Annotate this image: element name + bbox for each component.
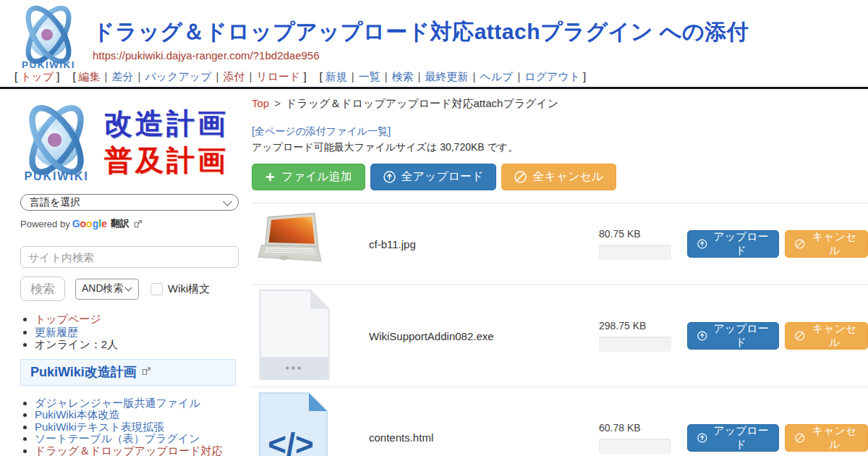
file-size: 60.78 KB	[599, 422, 680, 434]
breadcrumb-home-link[interactable]: Top	[252, 97, 269, 109]
file-name: WikiSupportAddin082.exe	[369, 330, 494, 342]
file-size: 298.75 KB	[599, 320, 680, 332]
upload-button[interactable]: アップロード	[687, 322, 779, 350]
sidebar-item-core-mod[interactable]: PukiWiki本体改造	[35, 408, 120, 421]
cancel-button[interactable]: キャンセル	[785, 424, 868, 452]
list-item: 更新履歴	[35, 326, 250, 339]
file-upload-list: cf-b11.jpg 80.75 KB アップロード キャンセル	[252, 203, 868, 456]
main-content: Top>ドラッグ＆ドロップアップロード対応attachプラグイン [全ページの添…	[252, 97, 868, 456]
header-divider	[0, 87, 868, 89]
sidebar-site-links: ダジャレンジャー版共通ファイル PukiWiki本体改造 PukiWikiテキス…	[0, 397, 250, 456]
breadcrumb: Top>ドラッグ＆ドロップアップロード対応attachプラグイン	[252, 97, 868, 111]
sidebar-item-toppage[interactable]: トップページ	[35, 313, 101, 325]
svg-text:PUKIWIKI: PUKIWIKI	[22, 59, 75, 70]
top-nav: [トップ][編集|差分|バックアップ|添付|リロード][新規|一覧|検索|最終更…	[12, 70, 589, 84]
nav-search-link[interactable]: 検索	[392, 70, 414, 83]
list-item: トップページ	[35, 313, 250, 326]
page-title: ドラッグ＆ドロップアップロード対応attachプラグイン への添付	[93, 17, 749, 47]
nav-edit-link[interactable]: 編集	[79, 70, 101, 83]
sidebar-item-history[interactable]: 更新履歴	[35, 326, 78, 338]
nav-backup-link[interactable]: バックアップ	[145, 70, 211, 83]
search-mode-select[interactable]: AND検索	[75, 279, 139, 300]
cancel-button[interactable]: キャンセル	[785, 322, 868, 350]
search-button[interactable]: 検索	[20, 276, 65, 301]
cancel-circle-icon	[795, 432, 805, 444]
nav-attach-link[interactable]: 添付	[223, 70, 244, 83]
upload-button[interactable]: アップロード	[687, 424, 779, 452]
cancel-circle-icon	[795, 330, 805, 342]
html-code-file-icon: </>	[256, 392, 328, 456]
svg-text:</>: </>	[268, 426, 314, 456]
sidebar-item-common-files[interactable]: ダジャレンジャー版共通ファイル	[35, 397, 200, 409]
upload-toolbar: ファイル追加 全アップロード 全キャンセル	[252, 164, 868, 190]
upload-button[interactable]: アップロード	[687, 230, 779, 258]
upload-all-button[interactable]: 全アップロード	[370, 164, 497, 190]
list-item: PukiWikiテキスト表現拡張	[35, 421, 250, 433]
nav-recent-link[interactable]: 最終更新	[425, 70, 468, 83]
chevron-down-icon	[125, 284, 132, 292]
breadcrumb-current: ドラッグ＆ドロップアップロード対応attachプラグイン	[286, 97, 558, 109]
google-logo: Google	[72, 218, 107, 229]
nav-top-link[interactable]: トップ	[20, 70, 54, 83]
sidebar: PUKIWIKI 改造計画 普及計画 言語を選択 Powered by Goog…	[0, 94, 250, 456]
site-search-input[interactable]	[20, 246, 239, 268]
laptop-photo-thumbnail	[256, 211, 323, 274]
translate-link[interactable]: 翻訳	[111, 217, 129, 230]
list-item: オンライン：2人	[35, 338, 250, 351]
cancel-all-button[interactable]: 全キャンセル	[501, 164, 616, 190]
pukiwiki-atom-icon: PUKIWIKI	[13, 100, 100, 185]
upload-circle-icon	[383, 171, 396, 183]
upload-circle-icon	[697, 330, 707, 342]
list-item: ドラッグ＆ドロップアップロード対応attachプラグイン	[35, 445, 250, 456]
upload-circle-icon	[697, 238, 707, 250]
page-header: PUKIWIKI ドラッグ＆ドロップアップロード対応attachプラグイン への…	[0, 0, 868, 70]
nav-reload-link[interactable]: リロード	[256, 70, 300, 83]
all-attachments-link[interactable]: [全ページの添付ファイル一覧]	[252, 125, 391, 138]
file-row: WikiSupportAddin082.exe 298.75 KB アップロード…	[252, 284, 868, 387]
file-row: cf-b11.jpg 80.75 KB アップロード キャンセル	[252, 203, 868, 284]
plus-icon	[265, 172, 276, 182]
nav-help-link[interactable]: ヘルプ	[480, 70, 513, 83]
chevron-down-icon	[223, 197, 232, 206]
nav-new-link[interactable]: 新規	[326, 70, 347, 83]
language-select-value: 言語を選択	[30, 196, 80, 209]
site-logo-line1: 改造計画	[104, 106, 229, 143]
language-select[interactable]: 言語を選択	[20, 194, 239, 211]
sidebar-item-text-ext[interactable]: PukiWikiテキスト表現拡張	[35, 421, 164, 433]
sidebar-item-dnd-attach[interactable]: ドラッグ＆ドロップアップロード対応attachプラグイン	[35, 444, 223, 456]
upload-progress-bar	[599, 245, 671, 260]
sidebar-item-sort-table[interactable]: ソートテーブル（表）プラグイン	[35, 432, 200, 444]
google-translate-attribution: Powered by Google 翻訳	[20, 217, 250, 230]
sidebar-site-logo: PUKIWIKI 改造計画 普及計画	[0, 94, 250, 185]
cancel-circle-icon	[795, 238, 805, 250]
svg-text:PUKIWIKI: PUKIWIKI	[24, 169, 88, 182]
wiki-syntax-label: Wiki構文	[168, 282, 210, 296]
sidebar-section-box: PukiWiki改造計画	[20, 359, 236, 386]
nav-list-link[interactable]: 一覧	[359, 70, 380, 83]
cancel-button[interactable]: キャンセル	[785, 230, 868, 258]
file-row: </> contents.html 60.78 KB アップロード キャンセル	[252, 387, 868, 456]
page-url-link[interactable]: https://pukiwiki.dajya-ranger.com/?1bd2d…	[93, 49, 320, 62]
cancel-circle-icon	[514, 171, 527, 183]
page: PUKIWIKI ドラッグ＆ドロップアップロード対応attachプラグイン への…	[0, 0, 868, 456]
upload-circle-icon	[697, 432, 707, 444]
site-logo-line2: 普及計画	[104, 143, 229, 180]
file-name: contents.html	[369, 431, 433, 444]
wiki-syntax-checkbox[interactable]	[150, 283, 163, 295]
nav-logout-link[interactable]: ログアウト	[524, 70, 580, 83]
max-filesize-note: アップロード可能最大ファイルサイズは 30,720KB です。	[252, 141, 868, 154]
pukiwiki-kaizou-link[interactable]: PukiWiki改造計画	[30, 365, 137, 379]
generic-file-icon	[256, 289, 331, 381]
upload-progress-bar	[599, 439, 671, 454]
add-file-button[interactable]: ファイル追加	[252, 164, 365, 190]
list-item: ソートテーブル（表）プラグイン	[35, 433, 250, 444]
list-item: ダジャレンジャー版共通ファイル	[35, 397, 250, 409]
external-link-icon	[134, 220, 142, 228]
upload-progress-bar	[599, 337, 671, 352]
search-mode-value: AND検索	[82, 282, 124, 295]
external-link-icon	[142, 367, 150, 376]
file-size: 80.75 KB	[599, 228, 680, 240]
sidebar-quick-links: トップページ 更新履歴 オンライン：2人	[0, 313, 250, 351]
nav-diff-link[interactable]: 差分	[111, 70, 133, 83]
list-item: PukiWiki本体改造	[35, 409, 250, 421]
